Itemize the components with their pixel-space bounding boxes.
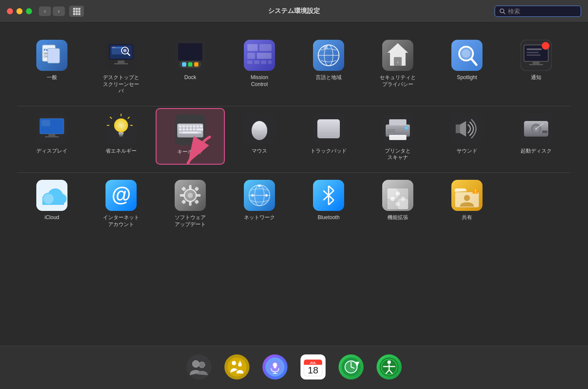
svg-point-170 — [390, 197, 395, 201]
svg-point-156 — [265, 194, 268, 197]
display-label: ディスプレイ — [36, 148, 67, 155]
item-security[interactable]: セキュリティとプライバシー — [363, 35, 432, 98]
svg-text:18: 18 — [308, 365, 318, 376]
item-sharing[interactable]: ! 共有 — [432, 175, 502, 231]
svg-point-29 — [123, 49, 127, 52]
item-printer[interactable]: プリンタとスキャナ — [363, 108, 432, 165]
svg-text:@: @ — [112, 183, 131, 206]
item-general[interactable]: File New One 一般 — [17, 35, 86, 98]
timemachine-icon — [339, 354, 364, 379]
svg-rect-41 — [247, 53, 255, 59]
svg-rect-100 — [196, 128, 199, 131]
grid-view-button[interactable] — [69, 6, 84, 17]
item-energy[interactable]: 省エネルギー — [86, 108, 156, 165]
item-startup[interactable]: 起動ディスク — [502, 108, 571, 165]
svg-point-203 — [387, 360, 391, 364]
svg-point-183 — [232, 361, 236, 365]
desktop-label: デスクトップとスクリーンセーバ — [102, 74, 141, 95]
svg-rect-6 — [73, 13, 75, 15]
item-language[interactable]: 言語と地域 — [294, 35, 363, 98]
svg-rect-0 — [73, 8, 75, 10]
item-dock[interactable]: Dock — [156, 35, 225, 98]
back-button[interactable]: ‹ — [39, 6, 51, 16]
svg-rect-35 — [182, 62, 186, 67]
dock-item-accessibility[interactable] — [377, 354, 402, 381]
dock-item-parental[interactable] — [224, 354, 249, 381]
item-desktop[interactable]: デスクトップとスクリーンセーバ — [86, 35, 156, 98]
item-keyboard[interactable]: キーボード — [156, 108, 225, 165]
svg-rect-43 — [247, 61, 252, 64]
item-notification[interactable]: 通知 — [502, 35, 571, 98]
item-sound[interactable]: サウンド — [432, 108, 502, 165]
svg-rect-1 — [76, 8, 78, 10]
internet-icon: @ — [105, 180, 137, 211]
svg-rect-117 — [389, 135, 406, 140]
item-trackpad[interactable]: トラックパッド — [294, 108, 363, 165]
trackpad-label: トラックパッド — [310, 148, 347, 155]
spotlight-label: Spotlight — [457, 74, 477, 81]
traffic-lights — [7, 8, 32, 14]
svg-point-58 — [462, 49, 470, 58]
users-icon — [186, 354, 211, 379]
svg-rect-67 — [527, 54, 540, 56]
internet-label: インターネットアカウント — [103, 214, 139, 228]
svg-rect-44 — [254, 61, 259, 64]
svg-rect-66 — [527, 52, 539, 53]
search-box[interactable] — [495, 6, 581, 17]
svg-rect-62 — [533, 61, 540, 64]
svg-rect-77 — [118, 132, 124, 134]
svg-point-26 — [113, 47, 114, 48]
close-button[interactable] — [7, 8, 13, 14]
svg-point-137 — [43, 194, 54, 204]
security-icon — [382, 40, 413, 71]
security-label: セキュリティとプライバシー — [380, 74, 416, 88]
svg-text:!: ! — [475, 189, 476, 194]
item-extensions[interactable]: 機能拡張 — [363, 175, 432, 231]
display-icon — [36, 113, 67, 144]
dock-item-timemachine[interactable] — [339, 354, 364, 381]
search-icon — [499, 8, 505, 14]
svg-rect-8 — [78, 13, 80, 15]
item-display[interactable]: ディスプレイ — [17, 108, 86, 165]
accessibility-icon — [377, 354, 402, 379]
svg-line-10 — [504, 12, 505, 14]
svg-rect-95 — [179, 128, 182, 131]
svg-rect-88 — [179, 125, 182, 128]
item-icloud[interactable]: iCloud — [17, 175, 86, 231]
svg-point-182 — [227, 357, 246, 376]
item-network[interactable]: ネットワーク — [225, 175, 294, 231]
item-mouse[interactable]: マウス — [225, 108, 294, 165]
svg-rect-96 — [182, 128, 185, 131]
dock-icon — [175, 40, 206, 71]
svg-point-76 — [114, 118, 128, 132]
minimize-button[interactable] — [16, 8, 22, 14]
sharing-icon: ! — [451, 180, 483, 211]
item-internet[interactable]: @ インターネットアカウント — [86, 175, 156, 231]
svg-point-176 — [464, 195, 470, 201]
svg-rect-92 — [193, 125, 195, 128]
dock-item-date[interactable]: JUL 18 — [300, 354, 326, 381]
dock-item-users[interactable] — [186, 354, 211, 381]
svg-point-181 — [199, 362, 205, 368]
dock-item-siri[interactable] — [262, 354, 288, 381]
forward-button[interactable]: › — [53, 6, 65, 16]
printer-icon — [382, 113, 413, 144]
svg-rect-94 — [200, 125, 202, 128]
bottom-dock: JUL 18 — [0, 346, 588, 389]
svg-rect-131 — [542, 131, 547, 133]
svg-rect-123 — [456, 124, 460, 133]
fullscreen-button[interactable] — [26, 8, 32, 14]
svg-rect-24 — [112, 47, 123, 48]
titlebar: ‹ › システム環境設定 — [0, 0, 588, 22]
row3-grid: iCloud @ インターネットアカウント — [17, 175, 571, 231]
item-bluetooth[interactable]: Bluetooth — [294, 175, 363, 231]
svg-rect-93 — [196, 125, 199, 128]
mission-icon — [244, 40, 275, 71]
item-mission[interactable]: MissionControl — [225, 35, 294, 98]
general-icon: File New One — [36, 40, 67, 71]
search-input[interactable] — [508, 8, 573, 15]
item-spotlight[interactable]: Spotlight — [432, 35, 502, 98]
svg-rect-104 — [198, 131, 201, 134]
item-software[interactable]: ソフトウェアアップデート — [156, 175, 225, 231]
mouse-icon — [244, 113, 275, 144]
